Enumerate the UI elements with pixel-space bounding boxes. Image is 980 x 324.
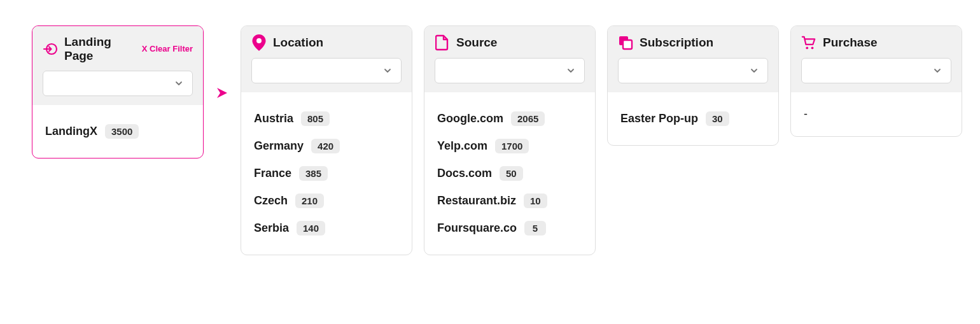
card-header: Purchase [791,26,962,92]
card-header-top: Subscription [618,35,768,50]
item-label: Yelp.com [437,139,487,153]
card-body: Easter Pop-up30 [608,92,778,145]
chevron-down-icon [174,79,183,88]
list-item[interactable]: Restaurant.biz10 [437,187,582,215]
card-header-top: Purchase [801,35,951,50]
list-item[interactable]: Austria805 [254,105,399,132]
filter-card: LocationAustria805Germany420France385Cze… [241,25,412,255]
list-item[interactable]: France385 [254,160,399,187]
card-title: Purchase [823,36,878,50]
list-item[interactable]: Google.com2065 [437,105,582,132]
item-label: Docs.com [437,167,492,180]
location-pin-icon [251,35,267,50]
item-count-badge: 30 [706,111,729,126]
chevron-down-icon [750,66,759,75]
svg-point-4 [806,46,808,49]
item-label: Serbia [254,222,289,235]
list-item[interactable]: Easter Pop-up30 [620,105,766,132]
filter-card: SourceGoogle.com2065Yelp.com1700Docs.com… [424,25,596,255]
card-header: Subscription [608,26,778,92]
list-item[interactable]: Czech210 [254,187,399,215]
item-count-badge: 140 [297,221,325,236]
item-count-badge: 5 [524,221,546,236]
item-label: Austria [254,112,293,125]
item-label: Restaurant.biz [437,194,516,208]
svg-rect-3 [623,40,632,49]
item-count-badge: 2065 [511,111,545,126]
clear-filter-button[interactable]: X Clear Filter [142,44,193,53]
list-item[interactable]: Serbia140 [254,215,399,242]
chevron-down-icon [566,66,575,75]
item-label: Foursquare.co [437,222,517,235]
list-item[interactable]: Foursquare.co5 [437,215,582,242]
filter-select[interactable] [801,58,951,83]
item-count-badge: 50 [500,166,523,181]
card-body: - [791,92,962,136]
funnel-connector-icon [215,86,229,100]
card-title: Location [273,36,323,50]
item-count-badge: 420 [311,139,340,153]
card-header-top: Landing PageX Clear Filter [43,35,193,63]
enter-icon [43,41,58,57]
card-header: Location [241,26,412,92]
svg-point-5 [811,46,814,49]
item-label: Czech [254,194,288,208]
item-count-badge: 3500 [105,124,139,139]
item-label: Google.com [437,112,503,125]
card-title: Source [456,36,497,50]
card-body: LandingX3500 [32,105,203,158]
item-label: Easter Pop-up [620,112,698,125]
chevron-down-icon [933,66,942,75]
filter-select[interactable] [43,71,193,96]
card-header: Landing PageX Clear Filter [32,26,203,105]
card-header-top: Source [435,35,585,50]
list-item[interactable]: Yelp.com1700 [437,132,582,160]
cart-icon [801,35,816,50]
chevron-down-icon [383,66,392,75]
filter-select[interactable] [435,58,585,83]
empty-placeholder: - [804,105,949,123]
copy-icon [618,35,633,50]
item-count-badge: 1700 [495,139,529,153]
card-header: Source [424,26,595,92]
card-title: Subscription [640,36,713,50]
card-body: Google.com2065Yelp.com1700Docs.com50Rest… [424,92,595,255]
item-count-badge: 10 [524,194,547,208]
card-body: Austria805Germany420France385Czech210Ser… [241,92,412,255]
item-count-badge: 805 [301,111,330,126]
filter-card: Landing PageX Clear FilterLandingX3500 [32,25,204,158]
filter-card: SubscriptionEaster Pop-up30 [607,25,779,146]
item-count-badge: 385 [299,166,328,181]
list-item[interactable]: Docs.com50 [437,160,582,187]
card-header-top: Location [251,35,402,50]
filter-card: Purchase- [790,25,962,137]
list-item[interactable]: Germany420 [254,132,399,160]
file-icon [435,35,450,50]
filter-select[interactable] [618,58,768,83]
item-label: France [254,167,291,180]
card-title: Landing Page [64,35,115,63]
item-label: Germany [254,139,304,153]
list-item[interactable]: LandingX3500 [45,118,190,145]
svg-point-1 [256,38,262,43]
item-count-badge: 210 [295,194,324,208]
filter-select[interactable] [251,58,402,83]
item-label: LandingX [45,125,97,138]
